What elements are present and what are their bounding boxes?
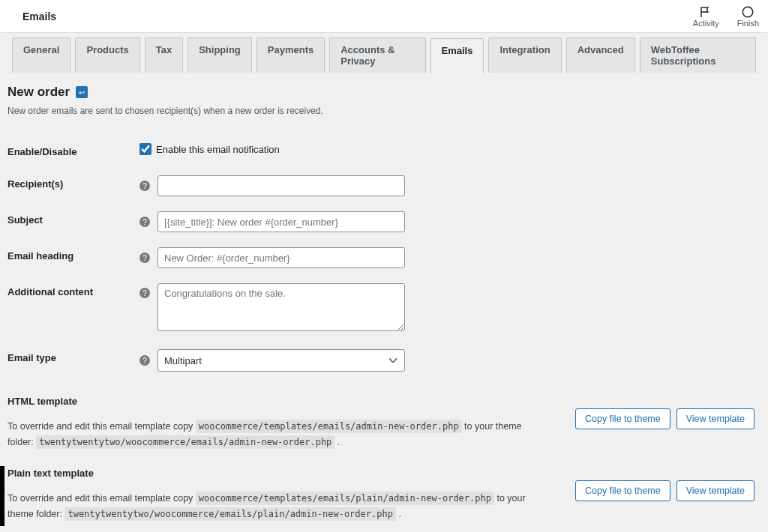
email-heading-label: Email heading: [8, 240, 140, 276]
additional-content-label: Additional content: [8, 276, 140, 342]
plain-template-desc: To override and edit this email template…: [8, 491, 548, 523]
tab-advanced[interactable]: Advanced: [566, 37, 635, 73]
plain-template-row: To override and edit this email template…: [8, 483, 754, 523]
enable-checkbox[interactable]: [140, 143, 152, 155]
additional-content-input[interactable]: [158, 283, 405, 331]
plain-template-title: Plain text template: [8, 468, 754, 479]
settings-content: New order ↩ New order emails are sent to…: [0, 73, 768, 532]
circle-icon: [741, 5, 754, 19]
enable-checkbox-label: Enable this email notification: [156, 144, 280, 155]
source-path: woocommerce/templates/emails/plain/admin…: [196, 492, 494, 505]
dest-path: twentytwentytwo/woocommerce/emails/admin…: [36, 435, 334, 449]
tab-emails[interactable]: Emails: [430, 38, 484, 73]
settings-form: Enable/Disable Enable this email notific…: [8, 136, 754, 379]
enable-label: Enable/Disable: [8, 136, 140, 168]
html-template-desc: To override and edit this email template…: [8, 419, 548, 451]
subject-label: Subject: [8, 204, 140, 240]
tab-integration[interactable]: Integration: [488, 37, 561, 73]
help-icon[interactable]: ?: [140, 181, 150, 191]
copy-html-button[interactable]: Copy file to theme: [575, 408, 670, 429]
tab-products[interactable]: Products: [75, 37, 140, 73]
help-icon[interactable]: ?: [140, 355, 150, 366]
recipients-label: Recipient(s): [8, 168, 140, 204]
activity-label: Activity: [693, 19, 719, 28]
overlay-bar: [0, 466, 4, 526]
view-plain-button[interactable]: View template: [676, 480, 754, 501]
topbar-actions: Activity Finish: [693, 5, 759, 28]
dest-path: twentytwentytwo/woocommerce/emails/plain…: [64, 507, 395, 521]
section-description: New order emails are sent to chosen reci…: [8, 106, 754, 116]
recipients-input[interactable]: [158, 175, 405, 196]
flag-icon: [699, 5, 712, 19]
tab-accounts-privacy[interactable]: Accounts & Privacy: [329, 37, 425, 73]
help-icon[interactable]: ?: [140, 288, 150, 298]
copy-plain-button[interactable]: Copy file to theme: [575, 480, 670, 501]
source-path: woocommerce/templates/emails/admin-new-o…: [196, 420, 462, 433]
subject-input[interactable]: [158, 211, 405, 232]
help-icon[interactable]: ?: [140, 217, 150, 227]
page-title: Emails: [9, 10, 56, 22]
email-type-select[interactable]: Multipart: [158, 349, 405, 372]
back-icon[interactable]: ↩: [76, 86, 88, 98]
svg-point-0: [743, 7, 754, 17]
tab-webtoffee-subscriptions[interactable]: WebToffee Subscriptions: [640, 37, 756, 73]
view-html-button[interactable]: View template: [676, 408, 754, 429]
tab-payments[interactable]: Payments: [256, 37, 325, 73]
activity-button[interactable]: Activity: [693, 5, 719, 28]
email-heading-input[interactable]: [158, 247, 405, 268]
topbar: Emails Activity Finish: [0, 0, 768, 33]
finish-button[interactable]: Finish: [737, 5, 759, 28]
tab-shipping[interactable]: Shipping: [188, 37, 252, 73]
finish-label: Finish: [737, 19, 759, 28]
html-template-title: HTML template: [8, 396, 754, 407]
email-type-label: Email type: [8, 342, 140, 379]
section-heading: New order: [8, 85, 70, 100]
html-template-row: To override and edit this email template…: [8, 411, 754, 451]
settings-tabs: GeneralProductsTaxShippingPaymentsAccoun…: [0, 33, 768, 73]
tab-general[interactable]: General: [12, 37, 70, 73]
tab-tax[interactable]: Tax: [145, 37, 183, 73]
help-icon[interactable]: ?: [140, 253, 150, 263]
